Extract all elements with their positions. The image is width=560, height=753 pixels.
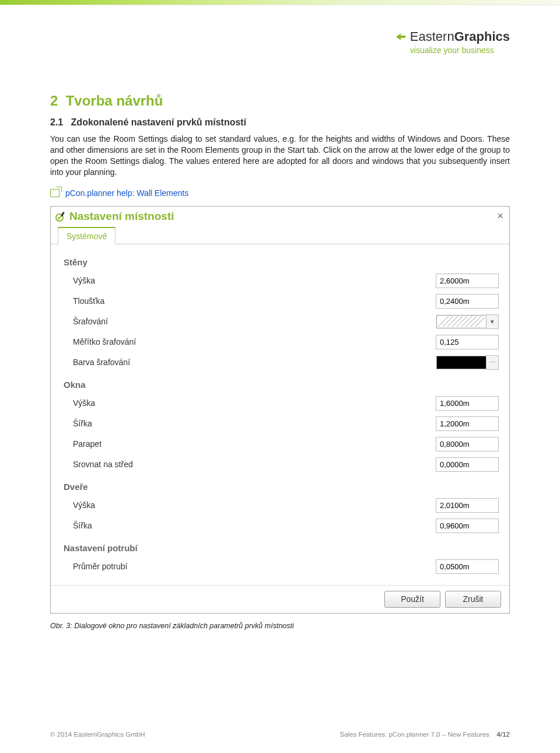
- input-parapet[interactable]: [436, 437, 499, 451]
- tabs-row: Systémové: [51, 226, 509, 244]
- footer-doc-title: Sales Features: pCon.planner 7.0 – New F…: [340, 731, 489, 738]
- label-door-height: Výška: [73, 500, 436, 510]
- svg-line-7: [457, 316, 467, 327]
- figure-caption: Obr. 3: Dialogové okno pro nastavení zák…: [50, 622, 510, 630]
- subsection-heading: 2.1 Zdokonalené nastavení prvků místnost…: [50, 117, 510, 128]
- group-title-walls: Stěny: [64, 257, 499, 267]
- svg-line-11: [475, 316, 485, 327]
- svg-line-5: [447, 316, 458, 327]
- page-number: 4/12: [497, 731, 510, 738]
- svg-line-6: [452, 316, 463, 327]
- svg-marker-0: [396, 33, 405, 40]
- brand-tagline: visualize your business: [395, 45, 510, 55]
- dialog-title: Nastavení místnosti: [55, 210, 174, 223]
- label-wall-height: Výška: [73, 276, 436, 285]
- label-center: Srovnat na střed: [73, 460, 436, 469]
- tab-systemove[interactable]: Systémové: [58, 227, 116, 244]
- label-hatch-scale: Měřítko šrafování: [73, 337, 436, 346]
- pencil-check-icon: [55, 211, 66, 222]
- external-link-icon: [50, 189, 60, 197]
- input-door-height[interactable]: [436, 498, 499, 513]
- hatch-color-swatch[interactable]: [436, 356, 487, 369]
- ellipsis-icon[interactable]: ⋯: [486, 355, 499, 370]
- svg-line-10: [471, 316, 481, 327]
- body-paragraph: You can use the Room Settings dialog to …: [50, 134, 510, 178]
- label-hatch: Šrafování: [73, 317, 436, 326]
- input-center[interactable]: [436, 457, 499, 472]
- help-link-row: pCon.planner help: Wall Elements: [50, 188, 510, 198]
- logo-arrow-icon: [395, 31, 407, 43]
- label-window-height: Výška: [73, 398, 436, 408]
- svg-line-8: [461, 316, 472, 327]
- help-link[interactable]: pCon.planner help: Wall Elements: [65, 188, 188, 198]
- chevron-down-icon[interactable]: ▾: [486, 314, 499, 329]
- input-window-width[interactable]: [436, 416, 499, 431]
- svg-line-4: [443, 316, 453, 327]
- label-door-width: Šířka: [73, 521, 436, 530]
- label-parapet: Parapet: [73, 439, 436, 449]
- close-icon[interactable]: ×: [497, 210, 503, 222]
- room-settings-dialog: Nastavení místnosti × Systémové Stěny Vý…: [50, 206, 510, 614]
- section-heading: 2 Tvorba návrhů: [50, 93, 510, 109]
- apply-button[interactable]: Použít: [384, 591, 440, 608]
- group-title-doors: Dveře: [64, 482, 499, 492]
- label-wall-thickness: Tloušťka: [73, 296, 436, 306]
- hatch-pattern-swatch[interactable]: [436, 315, 487, 328]
- group-title-windows: Okna: [64, 380, 499, 390]
- footer-copyright: © 2014 EasternGraphics GmbH: [50, 731, 145, 738]
- label-pipe-diameter: Průměr potrubí: [73, 562, 436, 571]
- input-hatch-scale[interactable]: [436, 335, 499, 349]
- label-window-width: Šířka: [73, 419, 436, 428]
- svg-line-9: [466, 316, 477, 327]
- label-hatch-color: Barva šrafování: [73, 358, 436, 367]
- group-title-pipes: Nastavení potrubí: [64, 543, 499, 553]
- svg-line-3: [438, 316, 449, 327]
- input-pipe-diameter[interactable]: [436, 559, 499, 574]
- input-window-height[interactable]: [436, 396, 499, 411]
- brand-name: EasternGraphics: [410, 29, 510, 44]
- top-decorative-bar: [0, 0, 560, 5]
- input-wall-height[interactable]: [436, 274, 499, 288]
- page-footer: © 2014 EasternGraphics GmbH Sales Featur…: [50, 731, 510, 738]
- cancel-button[interactable]: Zrušit: [445, 591, 501, 608]
- input-door-width[interactable]: [436, 519, 499, 533]
- brand-logo: EasternGraphics visualize your business: [395, 29, 510, 55]
- input-wall-thickness[interactable]: [436, 294, 499, 309]
